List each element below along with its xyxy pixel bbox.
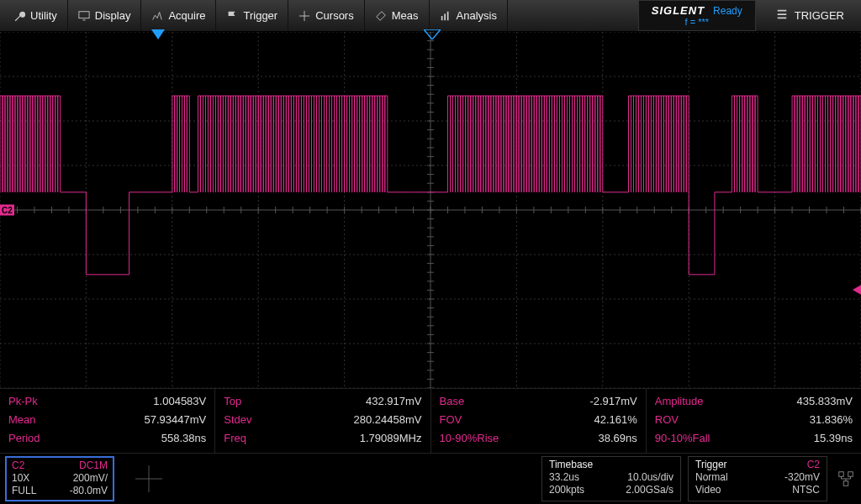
position-crosshair-icon[interactable] [119, 454, 178, 504]
wrench-icon [13, 10, 25, 22]
meas-col-2: Top432.917mV Stdev280.24458mV Freq1.7908… [215, 389, 430, 453]
menu-analysis[interactable]: Analysis [430, 0, 508, 31]
menu-cursors[interactable]: Cursors [288, 0, 365, 31]
trigger-position-icon[interactable] [424, 29, 441, 39]
meas-row: 90-10%Fall15.39ns [655, 429, 853, 448]
svg-marker-118 [853, 284, 861, 296]
menu-label: Acquire [168, 9, 205, 22]
menu-label: Meas [392, 9, 419, 22]
meas-row: Amplitude435.833mV [655, 392, 853, 411]
channel-box[interactable]: C2DC1M 10X200mV/ FULL-80.0mV [5, 456, 114, 501]
brand-label: SIGLENT [652, 4, 705, 17]
svg-rect-122 [848, 472, 853, 477]
cursors-icon [298, 10, 310, 22]
svg-rect-3 [446, 11, 448, 20]
meas-row: Top432.917mV [224, 392, 421, 411]
timebase-box[interactable]: Timebase 33.2us10.0us/div 200kpts2.00GSa… [541, 456, 681, 501]
side-trigger-button[interactable]: TRIGGER [763, 0, 858, 31]
meas-row: Period558.38ns [8, 429, 206, 448]
meas-col-3: Base-2.917mV FOV42.161% 10-90%Rise38.69n… [431, 389, 647, 453]
acquire-icon [151, 10, 163, 22]
meas-col-4: Amplitude435.833mV ROV31.836% 90-10%Fall… [647, 389, 861, 453]
svg-marker-116 [151, 29, 165, 39]
analysis-icon [440, 10, 452, 22]
meas-row: Freq1.79089MHz [224, 429, 421, 448]
meas-row: Base-2.917mV [440, 392, 637, 411]
svg-rect-0 [79, 11, 89, 18]
menu-label: Display [95, 9, 131, 22]
ruler-icon [375, 10, 387, 22]
meas-row: 10-90%Rise38.69ns [440, 429, 637, 448]
menu-label: Analysis [457, 9, 497, 22]
menu-meas[interactable]: Meas [365, 0, 430, 31]
delay-indicator-icon[interactable] [151, 29, 165, 39]
svg-rect-2 [444, 13, 446, 20]
side-button-label: TRIGGER [795, 9, 844, 22]
svg-marker-117 [424, 29, 441, 39]
menu-utility[interactable]: Utility [3, 0, 68, 31]
menu-label: Cursors [315, 9, 354, 22]
meas-row: Pk-Pk1.004583V [8, 392, 206, 411]
menu-acquire[interactable]: Acquire [141, 0, 216, 31]
meas-row: Mean57.93447mV [8, 411, 206, 429]
channel-marker: C2 [0, 205, 14, 216]
freq-counter: f = *** [685, 17, 709, 27]
measurements-panel: Pk-Pk1.004583V Mean57.93447mV Period558.… [0, 388, 861, 454]
trigger-level-marker-icon[interactable] [853, 284, 861, 298]
svg-rect-1 [441, 16, 442, 20]
svg-rect-123 [843, 481, 848, 486]
trigger-box[interactable]: TriggerC2 Normal-320mV VideoNTSC [688, 456, 827, 501]
waveform-area[interactable]: C2 [0, 32, 861, 388]
meas-row: FOV42.161% [440, 411, 637, 429]
svg-rect-121 [839, 472, 844, 477]
list-icon [776, 8, 788, 23]
meas-row: ROV31.836% [655, 411, 853, 429]
menu-trigger[interactable]: Trigger [216, 0, 288, 31]
bottom-bar: C2DC1M 10X200mV/ FULL-80.0mV Timebase 33… [0, 454, 861, 504]
menu-label: Utility [30, 9, 57, 22]
meas-row: Stdev280.24458mV [224, 411, 421, 429]
menu-display[interactable]: Display [68, 0, 142, 31]
flag-icon [226, 10, 238, 22]
menubar: Utility Display Acquire Trigger Cursors … [0, 0, 861, 32]
menu-label: Trigger [243, 9, 277, 22]
brand-status-box: SIGLENT Ready f = *** [638, 0, 756, 31]
run-status: Ready [713, 5, 742, 17]
network-icon[interactable] [831, 454, 861, 504]
meas-col-1: Pk-Pk1.004583V Mean57.93447mV Period558.… [0, 389, 215, 453]
monitor-icon [78, 10, 90, 22]
